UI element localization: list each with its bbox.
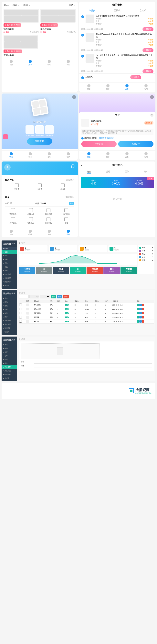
tab-recommend[interactable]: 推荐 [28, 152, 32, 158]
tab-cabinet[interactable]: 盒柜 [47, 230, 51, 236]
open-box-button[interactable]: 立即开箱 [27, 138, 52, 144]
edit-button[interactable] [137, 320, 139, 322]
tab-home[interactable]: 首页 [9, 60, 13, 66]
delete-button[interactable] [142, 312, 144, 314]
order-done[interactable]: 已完成 [60, 183, 65, 190]
tab-recycled[interactable]: 已回收 [114, 9, 121, 12]
edit-button[interactable] [137, 308, 139, 310]
sidebar-item[interactable]: ● 订单 [1, 308, 17, 312]
sidebar-item[interactable]: ● 会员 [1, 358, 17, 362]
table-row[interactable]: 游戏大玩家数码- 上架 59249993922022-07-25 08:51 [19, 307, 154, 311]
tab-promo[interactable]: 推广 [144, 170, 148, 174]
sidebar-item[interactable]: ● 管理员 [1, 376, 17, 380]
order-item[interactable]: ✓ 蒂诗颜Ficcecode坚果油洗发水发膜中样套装柔顺改善毛躁修护免洗 开盒价… [79, 32, 156, 48]
sidebar-item[interactable]: ● 商品 [1, 254, 17, 258]
search-button[interactable]: 搜索 [51, 295, 56, 298]
product-card[interactable]: 价值: ¥ 59 - ¥ 24999 游戏大玩家 [3, 35, 38, 56]
order-checkbox[interactable]: ✓ [81, 55, 84, 58]
order-item[interactable]: ✓ 练手带kg健身器材家用20磅肌耐力公斤运动训练棒 开盒价:39金币 售价:7… [79, 13, 156, 27]
tab-withdraw[interactable]: 提现 [106, 170, 110, 174]
sidebar-item[interactable]: ● 数据统计 [1, 280, 17, 284]
sidebar-item[interactable]: ● 平台管理 [1, 272, 17, 276]
sidebar-item[interactable]: ● 订单 [1, 261, 17, 265]
tab-home[interactable]: 首页 [87, 152, 91, 158]
tab-home[interactable]: 首页 [87, 84, 91, 90]
delete-button[interactable] [142, 308, 144, 310]
ship-button[interactable]: 申请发货 [143, 75, 154, 79]
config-path-input[interactable] [34, 365, 152, 368]
menu-item[interactable]: 分享赚钱 [5, 217, 21, 224]
sidebar-item[interactable]: ● 平台管理 [1, 365, 17, 369]
table-header[interactable]: 商品名称 [33, 300, 49, 303]
sidebar-item[interactable]: ● 插件 [1, 362, 17, 365]
sidebar-item[interactable]: ● 系统设置 [1, 322, 17, 326]
sidebar-item[interactable]: ● 数据统计 [1, 326, 17, 330]
filter-filter[interactable]: 筛选 [69, 4, 75, 7]
sidebar-item[interactable]: ● 首页 [1, 250, 17, 254]
row-checkbox[interactable] [19, 308, 22, 310]
order-shipped[interactable]: 已发货 [37, 183, 42, 190]
view-button[interactable] [139, 308, 142, 310]
sidebar-item[interactable]: ● 管理员 [1, 284, 17, 288]
sidebar-item[interactable]: ● 盒柜 [1, 304, 17, 308]
table-header[interactable]: 规格 [57, 300, 64, 303]
delete-button[interactable]: 删除 [63, 295, 69, 298]
delete-button[interactable] [142, 320, 144, 322]
tab-home[interactable]: 首页 [9, 152, 13, 158]
table-header[interactable]: 分类 [49, 300, 57, 303]
withdraw-button[interactable]: 提现 [147, 176, 154, 180]
back-button[interactable]: ‹ [81, 164, 82, 167]
agreement-row[interactable]: 我已阅读并同意 《嘀嗒开盒买家须知》 [81, 137, 154, 140]
delete-button[interactable] [142, 304, 144, 306]
gift-badge-icon[interactable] [3, 134, 8, 139]
table-header[interactable]: 排序 [105, 300, 112, 303]
table-header[interactable]: 操作 [136, 300, 154, 303]
sidebar-item[interactable]: ● 管理员 [1, 330, 17, 334]
tab-pending[interactable]: 待提货 [89, 9, 95, 12]
filter-new[interactable]: 新品 [4, 4, 9, 7]
box-option[interactable]: 惊喜百货箱 [25, 125, 34, 136]
table-row[interactable]: 美妆盒子美妆- 上架 4989993252022-07-25 08:51 [19, 320, 154, 324]
menu-item[interactable]: 我的余额 [41, 208, 56, 215]
row-checkbox[interactable] [19, 312, 22, 314]
agreement-checkbox[interactable] [81, 137, 84, 140]
close-button[interactable]: ✕ [150, 114, 154, 117]
order-item[interactable]: ✓ 小浣熊儿童洗发沐浴露二合一氨基酸新生宝宝洗护用品幼婴儿洗发水 开盒价:39金… [79, 52, 156, 69]
select-all-checkbox[interactable]: ✓ [81, 76, 84, 79]
agreement-link[interactable]: 《嘀嗒开盒买家须知》 [98, 137, 115, 140]
tab-mine[interactable]: 我的 [67, 60, 70, 66]
tab-cabinet[interactable]: 盒柜 [125, 84, 129, 90]
menu-item[interactable]: 设置 [58, 217, 74, 224]
recharge-button[interactable]: 充值 [69, 202, 74, 205]
tab-commission[interactable]: 佣金 [87, 170, 91, 174]
menu-item[interactable]: 收货地址 [23, 217, 39, 224]
tab-gifted[interactable]: 已转赠 [140, 9, 146, 12]
box-option[interactable]: 苹果全家福 [35, 125, 44, 136]
sidebar-item[interactable]: ● 盒柜 [1, 258, 17, 261]
all-orders-link[interactable]: 全部订单 > [66, 179, 74, 182]
edit-button[interactable] [137, 304, 139, 306]
shield-icon[interactable] [71, 164, 75, 168]
gift-button[interactable]: 一键转赠 [143, 69, 154, 73]
product-card[interactable]: 价值: ¥ 39 - ¥ 9299 苹果全家福 39金币共35款商品 [40, 9, 76, 34]
sidebar-item[interactable]: ● 订单 [1, 354, 17, 358]
filter-composite[interactable]: 综合 [12, 4, 19, 7]
tab-cabinet[interactable]: 盒柜 [47, 60, 51, 66]
delete-button[interactable] [142, 316, 144, 318]
tab-recommend[interactable]: 推荐 [106, 84, 110, 90]
sidebar-item[interactable]: ● 盒柜 [1, 350, 17, 354]
tab-team[interactable]: 团队 [125, 170, 129, 174]
table-header[interactable]: 开盒价 [74, 300, 85, 303]
table-row[interactable]: 苹果全家福数码- 上架 3992992912022-07-25 08:51 [19, 303, 154, 307]
tab-mine[interactable]: 我的 [144, 84, 148, 90]
sidebar-item[interactable]: ● 系统设置 [1, 369, 17, 373]
menu-item[interactable]: 我的盒柜 [5, 208, 21, 215]
product-card[interactable]: 价值: ¥ 29 - ¥ 7099 惊喜百货箱 29金币共23款商品 [3, 9, 39, 34]
gift-button[interactable]: 一键转赠 [143, 27, 154, 31]
table-row[interactable]: 惊喜百货箱百货- 上架 2970991932022-07-25 08:51 [19, 311, 154, 315]
table-header[interactable]: 回收价 [94, 300, 105, 303]
withdraw-detail-link[interactable]: 提现明细 > [66, 196, 74, 199]
sidebar-item[interactable]: ● 商品 [1, 300, 17, 304]
box-option[interactable]: 游戏大玩家 [45, 125, 54, 136]
tab-cabinet[interactable]: 盒柜 [125, 152, 129, 158]
